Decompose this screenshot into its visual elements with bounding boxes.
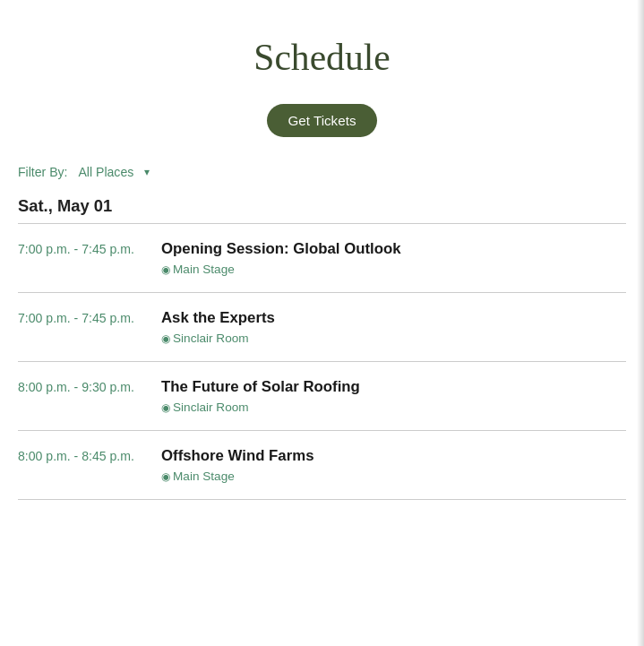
- chevron-down-icon: ▾: [144, 166, 150, 178]
- event-title: Offshore Wind Farms: [161, 447, 626, 465]
- filter-bar: Filter By: All Places ▾: [18, 164, 626, 180]
- list-item[interactable]: 8:00 p.m. - 8:45 p.m. Offshore Wind Farm…: [18, 431, 626, 500]
- filter-value: All Places: [78, 165, 133, 179]
- filter-dropdown[interactable]: Filter By: All Places ▾: [18, 165, 150, 179]
- location-pin-icon: ◉: [161, 401, 170, 414]
- event-details: Ask the Experts ◉ Sinclair Room: [161, 309, 626, 345]
- filter-label-text: Filter By:: [18, 165, 68, 179]
- event-details: Opening Session: Global Outlook ◉ Main S…: [161, 240, 626, 276]
- list-item[interactable]: 7:00 p.m. - 7:45 p.m. Opening Session: G…: [18, 224, 626, 293]
- event-title: Ask the Experts: [161, 309, 626, 327]
- get-tickets-button[interactable]: Get Tickets: [267, 104, 378, 137]
- list-item[interactable]: 7:00 p.m. - 7:45 p.m. Ask the Experts ◉ …: [18, 293, 626, 362]
- event-title: The Future of Solar Roofing: [161, 378, 626, 396]
- event-time: 8:00 p.m. - 9:30 p.m.: [18, 378, 161, 394]
- event-details: The Future of Solar Roofing ◉ Sinclair R…: [161, 378, 626, 414]
- event-location: ◉ Main Stage: [161, 469, 626, 483]
- page-container: Schedule Get Tickets Filter By: All Plac…: [0, 0, 644, 646]
- location-pin-icon: ◉: [161, 332, 170, 345]
- right-shadow: [637, 0, 644, 646]
- event-location: ◉ Main Stage: [161, 263, 626, 276]
- event-time: 7:00 p.m. - 7:45 p.m.: [18, 309, 161, 325]
- event-details: Offshore Wind Farms ◉ Main Stage: [161, 447, 626, 483]
- event-location-name: Sinclair Room: [173, 332, 249, 345]
- event-title: Opening Session: Global Outlook: [161, 240, 626, 258]
- date-section-title: Sat., May 01: [18, 196, 626, 216]
- schedule-list: 7:00 p.m. - 7:45 p.m. Opening Session: G…: [18, 224, 626, 500]
- event-time: 7:00 p.m. - 7:45 p.m.: [18, 240, 161, 256]
- date-section: Sat., May 01: [18, 196, 626, 224]
- location-pin-icon: ◉: [161, 263, 170, 276]
- event-location-name: Main Stage: [173, 469, 235, 483]
- event-location-name: Sinclair Room: [173, 401, 249, 414]
- event-location: ◉ Sinclair Room: [161, 332, 626, 345]
- event-location-name: Main Stage: [173, 263, 235, 276]
- event-location: ◉ Sinclair Room: [161, 401, 626, 414]
- page-title: Schedule: [18, 36, 626, 79]
- event-time: 8:00 p.m. - 8:45 p.m.: [18, 447, 161, 463]
- list-item[interactable]: 8:00 p.m. - 9:30 p.m. The Future of Sola…: [18, 362, 626, 431]
- location-pin-icon: ◉: [161, 470, 170, 483]
